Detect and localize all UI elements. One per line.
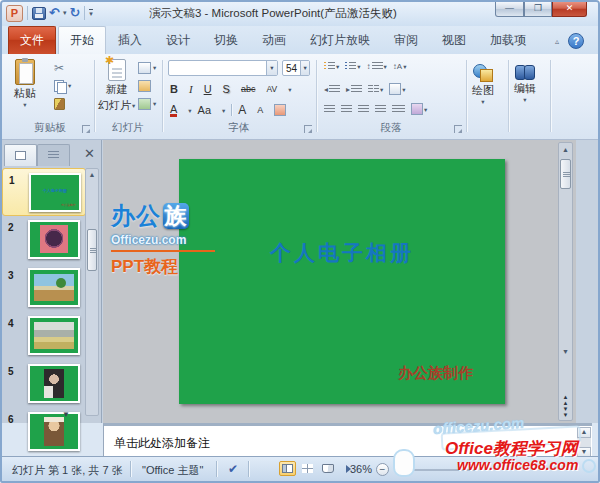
grow-font-button[interactable]: A xyxy=(238,103,246,117)
normal-view-button[interactable] xyxy=(279,461,296,476)
tab-slideshow[interactable]: 幻灯片放映 xyxy=(298,26,382,54)
font-size-combo[interactable]: 54 ▾ xyxy=(282,60,310,76)
tab-addins[interactable]: 加载项 xyxy=(478,26,538,54)
align-center-icon[interactable] xyxy=(341,105,352,114)
bullets-button[interactable]: ▾ xyxy=(324,62,339,71)
panel-scrollbar[interactable]: ▲ xyxy=(85,168,99,416)
cut-button[interactable]: ✂ xyxy=(54,60,71,75)
tab-view[interactable]: 视图 xyxy=(430,26,478,54)
convert-smartart-button[interactable]: ▾ xyxy=(411,103,427,115)
vertical-scrollbar[interactable]: ▲ ▼ ▲ ▲ ▼ ▼ xyxy=(558,142,573,421)
undo-icon[interactable]: ↶ xyxy=(49,6,60,20)
scroll-up-icon[interactable]: ▲ xyxy=(86,171,98,178)
tab-transitions[interactable]: 切换 xyxy=(202,26,250,54)
scroll-up-icon[interactable]: ▲ xyxy=(577,427,591,438)
slide[interactable]: 个人电子相册 办公族制作 xyxy=(179,159,505,404)
watermark-rule xyxy=(111,250,215,252)
scroll-down-icon[interactable]: ▼ xyxy=(559,348,572,355)
slide-thumbnail-3[interactable]: 3 xyxy=(2,264,86,312)
panel-scroll-down-icon[interactable]: ▼ xyxy=(62,410,70,419)
reading-view-button[interactable] xyxy=(319,461,336,476)
tab-design[interactable]: 设计 xyxy=(154,26,202,54)
theme-name[interactable]: "Office 主题" xyxy=(142,463,203,478)
layout-button[interactable]: ▾ xyxy=(138,60,156,75)
copy-button[interactable]: ▾ xyxy=(54,78,71,93)
minimize-button[interactable]: — xyxy=(495,2,524,17)
paragraph-dialog-launcher[interactable] xyxy=(454,125,462,133)
powerpoint-app-icon[interactable]: P xyxy=(6,5,23,22)
paste-button[interactable]: 粘贴 ▾ xyxy=(14,59,36,107)
tab-slides-thumbnails[interactable] xyxy=(4,144,37,166)
align-text-button[interactable]: ▾ xyxy=(389,83,405,95)
decrease-indent-button[interactable]: ◂ xyxy=(324,85,340,94)
shrink-font-button[interactable]: A xyxy=(257,105,263,115)
font-dialog-launcher[interactable] xyxy=(304,125,312,133)
scroll-up-icon[interactable]: ▲ xyxy=(559,146,572,153)
new-slide-button[interactable]: 新建 幻灯片▾ xyxy=(98,59,135,113)
spellcheck-icon[interactable]: ✔ xyxy=(228,462,238,476)
zoom-slider[interactable] xyxy=(396,469,476,471)
tab-review[interactable]: 审阅 xyxy=(382,26,430,54)
scrollbar-thumb[interactable] xyxy=(87,229,97,271)
italic-button[interactable]: I xyxy=(189,83,193,95)
line-spacing-button[interactable]: ↕▾ xyxy=(367,62,387,71)
save-icon[interactable] xyxy=(32,7,46,20)
slide-thumbnail-1[interactable]: 1 个人电子相册 办公族制作 xyxy=(2,168,86,216)
notes-placeholder[interactable]: 单击此处添加备注 xyxy=(114,435,210,452)
slide-thumbnail-6[interactable]: 6 xyxy=(2,408,86,456)
notes-pane[interactable]: 单击此处添加备注 ▲ ▼ xyxy=(103,423,592,459)
align-left-icon[interactable] xyxy=(324,105,335,114)
tab-insert[interactable]: 插入 xyxy=(106,26,154,54)
next-slide-icon2[interactable]: ▼ xyxy=(563,412,569,418)
text-shadow-button[interactable]: S xyxy=(223,83,230,95)
editing-button[interactable]: 编辑 ▾ xyxy=(514,64,536,102)
slide-sorter-button[interactable] xyxy=(299,461,316,476)
section-button[interactable]: ▾ xyxy=(138,96,156,111)
drawing-button[interactable]: 绘图 ▾ xyxy=(472,62,494,104)
font-name-dropdown-icon[interactable]: ▾ xyxy=(266,61,277,75)
clear-formatting-icon[interactable] xyxy=(274,104,286,116)
distribute-icon[interactable] xyxy=(392,105,405,114)
notes-scrollbar[interactable]: ▲ ▼ xyxy=(577,427,591,459)
format-painter-button[interactable] xyxy=(54,96,71,111)
slide-counter[interactable]: 幻灯片 第 1 张, 共 7 张 xyxy=(12,463,123,478)
strikethrough-button[interactable]: abc xyxy=(241,84,256,94)
font-size-dropdown-icon[interactable]: ▾ xyxy=(300,61,309,75)
tab-home[interactable]: 开始 xyxy=(58,26,106,54)
close-panel-icon[interactable]: ✕ xyxy=(84,146,95,161)
maximize-button[interactable]: ❐ xyxy=(524,2,552,17)
zoom-out-button[interactable]: − xyxy=(376,463,389,476)
change-case-button[interactable]: Aa xyxy=(198,104,211,116)
slide-credit-text[interactable]: 办公族制作 xyxy=(398,364,473,383)
font-name-combo[interactable]: ▾ xyxy=(168,60,278,76)
font-color-button[interactable]: A xyxy=(170,104,177,117)
slide-thumbnail-4[interactable]: 4 xyxy=(2,312,86,360)
scrollbar-thumb[interactable] xyxy=(560,159,571,189)
bold-button[interactable]: B xyxy=(170,83,178,95)
character-spacing-button[interactable]: AV xyxy=(266,84,277,94)
customize-qat-icon[interactable]: ▾ xyxy=(89,9,93,18)
reset-slide-button[interactable] xyxy=(138,78,156,93)
numbering-button[interactable]: ▾ xyxy=(345,62,360,71)
slide-thumbnail-2[interactable]: 2 xyxy=(2,216,86,264)
minimize-ribbon-icon[interactable]: ▵ xyxy=(555,37,559,46)
undo-dropdown-icon[interactable]: ▾ xyxy=(63,9,67,17)
tab-animations[interactable]: 动画 xyxy=(250,26,298,54)
tab-file[interactable]: 文件 xyxy=(8,26,56,54)
align-right-icon[interactable] xyxy=(358,105,369,114)
help-icon[interactable]: ? xyxy=(568,33,584,49)
outline-tab-icon xyxy=(48,151,59,160)
clipboard-dialog-launcher[interactable] xyxy=(82,125,90,133)
slide-thumbnail-5[interactable]: 5 xyxy=(2,360,86,408)
increase-indent-button[interactable]: ▸ xyxy=(346,85,362,94)
thumbnail-image xyxy=(28,412,80,451)
underline-button[interactable]: U xyxy=(204,83,212,95)
thumbnail-image xyxy=(28,316,80,355)
zoom-level[interactable]: 36% xyxy=(350,463,372,475)
redo-icon[interactable]: ↻ xyxy=(69,6,80,20)
text-direction-button[interactable]: ↕A▾ xyxy=(393,62,407,71)
tab-outline[interactable] xyxy=(37,144,70,166)
close-button[interactable]: ✕ xyxy=(552,2,587,17)
justify-icon[interactable] xyxy=(375,105,386,114)
columns-button[interactable]: ▾ xyxy=(368,85,383,94)
